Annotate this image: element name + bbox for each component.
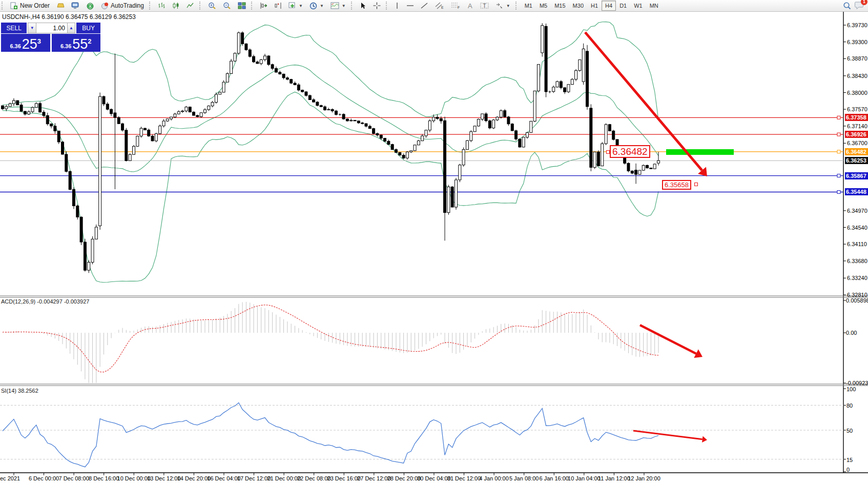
fibonacci-button[interactable]: F [448,0,463,11]
cursor-button[interactable] [357,0,369,11]
green-zone-rectangle[interactable] [666,149,734,155]
callout-handle[interactable] [606,150,610,154]
equidistant-channel-button[interactable]: E [432,0,447,11]
bar-chart-icon [158,2,166,9]
new-chart-button[interactable]: ▼ [285,0,306,11]
zoom-out-button[interactable] [220,0,234,11]
hline-handle[interactable] [837,190,840,193]
period-button[interactable]: ▼ [306,0,327,11]
sell-button[interactable]: SELL [1,23,28,33]
new-order-button[interactable]: New Order [7,0,53,11]
svg-text:T: T [483,3,486,9]
time-tick-label: 10 Dec 00:00 [117,475,151,481]
time-tick-label: 27 Dec 12:00 [357,475,390,481]
buy-button[interactable]: BUY [75,23,100,33]
time-tick-label: 6 Jan 16:00 [540,475,569,481]
rsi-axis-label: 50 [846,428,853,434]
chat-button[interactable]: 1 [855,1,864,11]
time-tick-label: 4 Jan 00:00 [479,475,509,481]
timeframe-H1[interactable]: H1 [587,1,602,11]
red-arrow[interactable] [640,325,696,354]
timeframe-H4[interactable]: H4 [602,1,616,11]
clock-icon [309,2,317,10]
trendline-button[interactable] [418,0,431,11]
toolbar-grip [386,2,389,10]
macd-indicator [3,302,658,383]
timeframe-MN[interactable]: MN [646,1,662,11]
chart-shift-icon [274,2,282,9]
search-icon[interactable] [843,2,852,10]
price-badge-6.35448: 6.35448 [845,188,868,195]
price-tick-label: 6.33680 [847,258,867,264]
hline-handle[interactable] [837,150,840,153]
time-tick-label: 16 Dec 04:00 [207,475,240,481]
timeframe-toolbar: M1M5M15M30H1H4D1W1MN [521,1,662,11]
dropdown-caret: ▼ [320,4,324,8]
rsi-axis-label: 80 [846,402,853,409]
toolbar-grip [2,2,5,10]
chart-shift-button[interactable] [271,0,285,11]
chat-badge: 1 [861,0,867,5]
tile-windows-button[interactable] [235,0,249,11]
time-tick-label: 17 Dec 12:00 [237,475,271,481]
new-chart-icon [288,2,296,9]
time-tick-label: 7 Dec 08:00 [58,475,89,481]
time-tick-label: 13 Dec 12:00 [147,475,180,481]
horizontal-line-button[interactable] [403,0,417,11]
arrows-tool-icon [495,2,504,9]
text-label-button[interactable]: T [477,0,492,11]
price-tick-label: 6.37570 [847,106,867,112]
auto-scroll-button[interactable] [257,0,271,11]
buy-price-small: 6.36 [60,43,71,49]
time-tick-label: 5 Jan 08:00 [509,475,539,481]
crosshair-button[interactable] [370,0,384,11]
volume-up-button[interactable]: ▲ [67,23,75,33]
time-tick-label: 22 Dec 08:00 [297,475,330,481]
timeframe-M5[interactable]: M5 [536,1,551,11]
macd-signal-line [3,305,658,372]
zoom-in-button[interactable] [205,0,219,11]
line-chart-button[interactable] [183,0,197,11]
time-tick-label: 6 Dec 00:00 [29,475,59,481]
red-arrow[interactable] [633,431,702,439]
timeframe-M15[interactable]: M15 [551,1,569,11]
candlestick-button[interactable] [169,0,183,11]
autotrading-button[interactable]: AutoTrading [98,0,147,11]
timeframe-M1[interactable]: M1 [521,1,536,11]
timeframe-M30[interactable]: M30 [569,1,587,11]
text-button[interactable]: A [464,0,477,11]
callout-handle[interactable] [694,183,698,186]
price-tick-label: 6.34110 [847,241,867,247]
timeframe-W1[interactable]: W1 [630,1,646,11]
candlesticks [2,23,660,273]
gold-icon [56,2,65,9]
arrows-tool-button[interactable]: ▼ [492,0,513,11]
templates-button[interactable]: ▼ [327,0,349,11]
crosshair-icon [373,2,381,9]
price-callout-6.35658[interactable]: 6.35658 [662,180,691,190]
fibonacci-icon: F [451,2,460,9]
macd-axis-label: -0.009232 [846,380,868,386]
rsi-axis-label: 0 [846,467,850,473]
price-tick-label: 6.38000 [847,90,867,96]
bar-chart-button[interactable] [155,0,169,11]
volume-down-button[interactable]: ▼ [28,23,36,33]
signals-button[interactable] [83,0,97,11]
price-badge-6.36926: 6.36926 [845,131,868,138]
hline-handle[interactable] [837,174,840,177]
gold-tool-button[interactable] [53,0,68,11]
buy-price-button[interactable]: 6.36 55 2 [52,34,101,52]
vertical-line-button[interactable] [391,0,403,11]
dropdown-caret: ▼ [342,4,346,8]
vertical-line-icon [395,2,400,9]
experts-button[interactable] [68,0,82,11]
trend-arrows[interactable] [585,32,707,442]
chart-canvas[interactable] [0,0,868,483]
volume-input[interactable] [36,23,67,33]
timeframe-D1[interactable]: D1 [616,1,630,11]
sell-price-button[interactable]: 6.36 25 3 [1,34,50,52]
hline-handle[interactable] [837,116,840,119]
price-callout-6.36482[interactable]: 6.36482 [610,145,650,158]
hline-handle[interactable] [837,133,840,136]
time-tick-label: 30 Dec 04:00 [417,475,450,481]
